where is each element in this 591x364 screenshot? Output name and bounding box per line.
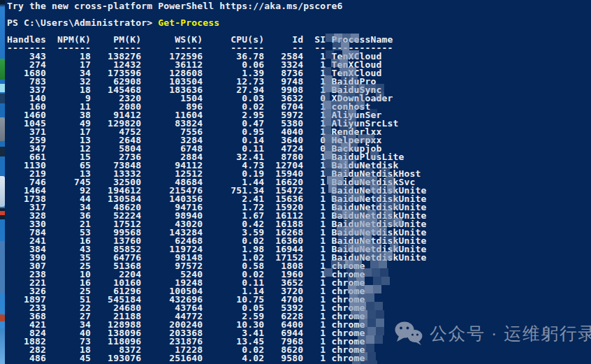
watermark-text: 公众号 · 运维躬行录 [430,322,591,345]
desktop-icon-sliver-grey[interactable] [0,117,5,141]
prompt-line: PS C:\Users\Administrator> Get-Process [7,19,591,27]
desktop-icon-sliver-slate [0,241,5,293]
desktop-icon-sliver-red [0,211,5,215]
powershell-banner: Try the new cross-platform PowerShell ht… [7,2,591,10]
desktop-icon-sliver-cyan[interactable] [0,84,5,92]
screenshot-root: Try the new cross-platform PowerShell ht… [0,0,591,364]
desktop-icon-sliver-white[interactable] [0,176,5,207]
process-row: 486 45 193076 251640 4.02 9580 1 chrome [7,354,591,363]
command-text: Get-Process [158,17,219,28]
desktop-icon-sliver-nub [0,147,5,156]
desktop-icon-sliver-green[interactable] [0,59,5,80]
process-table: Handles NPM(K) PM(K) WS(K) CPU(s) Id SI … [7,36,591,363]
desktop-icon-sliver-dark[interactable] [0,94,5,103]
desktop-icon-sliver-red2 [0,314,5,321]
watermark: 公众号 · 运维躬行录 [394,320,591,347]
wechat-icon [394,320,423,347]
powershell-window[interactable]: Try the new cross-platform PowerShell ht… [5,0,591,364]
prompt-path: PS C:\Users\Administrator> [7,17,158,28]
desktop-edge-strip [0,0,5,364]
desktop-edge-bottom [0,328,5,364]
